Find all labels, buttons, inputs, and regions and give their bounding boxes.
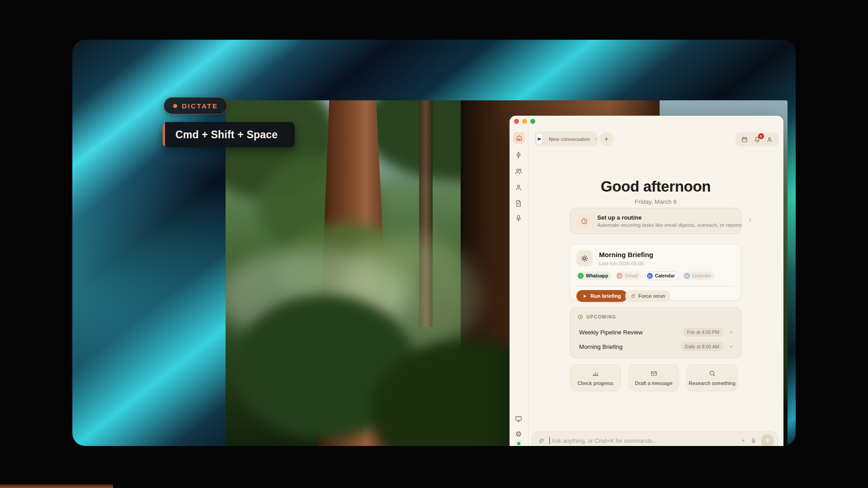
- bar-chart-icon: [592, 370, 599, 377]
- gear-icon: ⚙: [515, 431, 522, 438]
- text-caret: [549, 437, 550, 444]
- upcoming-item-name: Morning Briefing: [579, 343, 623, 350]
- upcoming-item-schedule: Daily at 8:00 AM: [681, 342, 723, 351]
- chevron-down-icon[interactable]: [729, 344, 734, 349]
- force-rerun-button[interactable]: Force rerun: [625, 290, 670, 302]
- sidebar-item-profile[interactable]: [514, 183, 523, 192]
- upcoming-row: Morning Briefing Daily at 8:00 AM: [579, 341, 734, 352]
- setup-routine-card[interactable]: Set up a routine Automate recurring task…: [570, 208, 741, 234]
- action-label: Check progress: [577, 380, 613, 386]
- sidebar-item-automations[interactable]: [514, 151, 523, 159]
- chevron-down-icon[interactable]: [729, 330, 734, 335]
- force-rerun-label: Force rerun: [638, 293, 665, 299]
- chevron-right-icon: [747, 217, 753, 225]
- dictate-label: DICTATE: [182, 102, 218, 110]
- sidebar-item-documents[interactable]: [514, 199, 523, 207]
- badge-linkedin[interactable]: in Linkedin: [683, 272, 715, 280]
- ask-input[interactable]: [552, 437, 736, 444]
- greeting-date: Friday, March 6: [528, 198, 783, 205]
- ask-input-bar: [532, 432, 778, 446]
- calendar-icon: [647, 273, 653, 279]
- dictate-badge: DICTATE: [164, 97, 227, 114]
- badge-gmail[interactable]: Gmail: [615, 272, 642, 280]
- users-icon: [514, 167, 523, 175]
- sidebar-item-settings[interactable]: ⚙: [514, 430, 523, 438]
- plus-icon: +: [604, 135, 609, 144]
- assistant-window: ⚙ New conversation +: [509, 116, 783, 446]
- send-button[interactable]: [761, 434, 774, 446]
- clock-icon: [577, 314, 583, 320]
- microphone-icon[interactable]: [750, 437, 757, 444]
- routine-card-title: Set up a routine: [597, 214, 742, 221]
- briefing-title: Morning Briefing: [599, 251, 653, 258]
- whatsapp-icon: [578, 273, 584, 279]
- zoom-window-button[interactable]: [530, 119, 535, 124]
- greeting-title: Good afternoon: [528, 178, 783, 195]
- minimize-window-button[interactable]: [522, 119, 527, 124]
- linkedin-icon: in: [684, 273, 690, 279]
- routine-card-subtitle: Automate recurring tasks like email dige…: [597, 222, 742, 228]
- account-button[interactable]: [766, 136, 773, 143]
- divider: [576, 286, 735, 286]
- envelope-icon: [650, 370, 658, 377]
- home-icon: [516, 135, 523, 141]
- badge-label: Whatsapp: [586, 273, 608, 278]
- window-controls: [514, 119, 535, 124]
- desktop: Videos DICTATE Cmd + Shift + Space: [0, 0, 868, 488]
- upcoming-row: Weekly Pipeline Review Fris at 4:00 PM: [579, 327, 734, 338]
- monitor-icon: [514, 415, 523, 423]
- run-briefing-button[interactable]: Run briefing: [576, 290, 627, 302]
- morning-briefing-card: Morning Briefing Last run 2026-03-05 Wha…: [570, 244, 741, 300]
- online-dot-icon: [517, 442, 520, 445]
- background-window-sliver: [0, 484, 113, 488]
- badge-calendar[interactable]: Calendar: [645, 272, 679, 280]
- gmail-icon: [617, 273, 623, 279]
- paperclip-icon[interactable]: [538, 437, 545, 444]
- briefing-last-run: Last run 2026-03-05: [599, 261, 644, 266]
- monitor-screen: Videos DICTATE Cmd + Shift + Space: [72, 40, 796, 446]
- upcoming-card: UPCOMING Weekly Pipeline Review Fris at …: [570, 307, 741, 358]
- calendar-icon: [741, 136, 748, 143]
- upcoming-item-schedule: Fris at 4:00 PM: [683, 328, 723, 337]
- badge-label: Calendar: [655, 273, 675, 278]
- sidebar-divider: [528, 116, 528, 446]
- sidebar-item-screen[interactable]: [514, 415, 523, 423]
- draft-message-card[interactable]: Draft a message: [628, 364, 679, 391]
- run-briefing-label: Run briefing: [590, 293, 621, 299]
- status-indicator: [515, 440, 522, 446]
- close-window-button[interactable]: [514, 119, 519, 124]
- person-icon: [766, 136, 773, 143]
- conversation-switcher[interactable]: New conversation: [534, 131, 598, 146]
- badge-label: Linkedin: [692, 273, 711, 278]
- sparkle-icon[interactable]: [741, 438, 746, 443]
- badge-whatsapp[interactable]: Whatsapp: [576, 272, 612, 280]
- action-label: Draft a message: [635, 380, 673, 386]
- sidebar-item-home[interactable]: [513, 132, 525, 144]
- sidebar-item-contacts[interactable]: [514, 167, 523, 175]
- upcoming-header: UPCOMING: [577, 314, 616, 320]
- research-card[interactable]: Research something: [686, 364, 738, 391]
- check-progress-card[interactable]: Check progress: [570, 364, 621, 391]
- topbar-actions: 3: [736, 132, 778, 146]
- clock-icon: [576, 213, 592, 229]
- new-chat-button[interactable]: +: [599, 132, 613, 146]
- notification-badge: 3: [758, 133, 764, 139]
- calendar-button[interactable]: [741, 136, 748, 143]
- search-icon: [708, 370, 716, 377]
- notifications-button[interactable]: 3: [754, 136, 761, 143]
- sun-icon: [576, 250, 593, 267]
- upcoming-item-name: Weekly Pipeline Review: [579, 329, 642, 336]
- record-dot-icon: [173, 104, 177, 108]
- shortcut-text: Cmd + Shift + Space: [175, 129, 278, 141]
- app-logo-icon: [536, 133, 542, 145]
- play-icon: [582, 294, 587, 299]
- microphone-icon: [514, 214, 523, 222]
- refresh-icon: [631, 294, 636, 299]
- upcoming-title: UPCOMING: [586, 314, 616, 319]
- conversation-label: New conversation: [549, 136, 590, 142]
- sidebar-item-voice[interactable]: [514, 214, 523, 222]
- lightning-icon: [514, 151, 523, 159]
- person-icon: [514, 183, 523, 192]
- action-label: Research something: [689, 380, 736, 386]
- integration-badges: Whatsapp Gmail Calendar: [576, 272, 715, 280]
